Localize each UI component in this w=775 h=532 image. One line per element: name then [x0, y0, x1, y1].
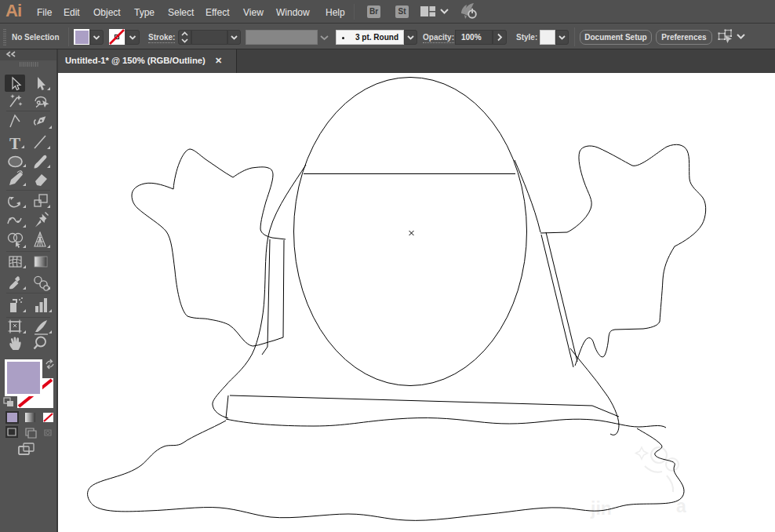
- svg-text:a: a: [676, 496, 686, 516]
- svg-text:jin: jin: [590, 498, 612, 519]
- svg-text:T: T: [9, 134, 20, 153]
